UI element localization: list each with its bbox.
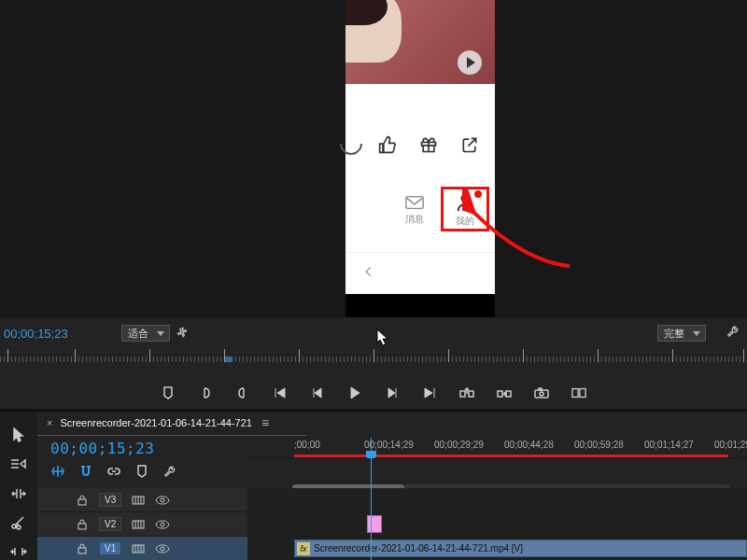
track-label[interactable]: V1 — [99, 541, 121, 555]
close-tab-icon[interactable]: × — [47, 417, 52, 428]
step-back-button[interactable] — [310, 385, 325, 400]
play-overlay-icon — [458, 50, 482, 75]
svg-point-16 — [161, 523, 164, 526]
lock-icon[interactable] — [75, 517, 90, 532]
svg-rect-11 — [78, 499, 86, 505]
render-bar-unrendered — [294, 455, 728, 457]
track-label[interactable]: V3 — [99, 493, 121, 507]
messages-tab: 消息 — [392, 194, 437, 226]
toggle-output-icon[interactable] — [155, 541, 170, 556]
tab-menu-icon[interactable]: ≡ — [261, 415, 269, 430]
share-icon — [458, 133, 482, 157]
chevron-left-icon — [362, 265, 375, 278]
sync-lock-icon[interactable] — [131, 493, 146, 508]
svg-rect-2 — [460, 391, 465, 397]
svg-rect-0 — [406, 197, 423, 209]
program-monitor-area: 消息 我的 — [0, 0, 747, 317]
toggle-output-icon[interactable] — [155, 517, 170, 532]
clip-marker[interactable] — [367, 515, 382, 533]
timeline-ruler[interactable]: ;00;00 00;00;14;29 00;00;29;29 00;00;44;… — [247, 438, 747, 458]
program-timecode[interactable]: 00;00;15;23 — [0, 327, 121, 341]
ruler-tick: 00;01;14;27 — [644, 440, 694, 450]
ripple-edit-tool[interactable] — [10, 485, 27, 501]
video-clip[interactable]: fx Screenrecorder-2021-01-06-14-21-44-72… — [294, 539, 747, 557]
timeline-snap-controls — [50, 464, 177, 479]
preview-info-bar: 00;00;15;23 适合 完整 — [0, 322, 747, 344]
mobile-tabbar: 消息 我的 — [345, 177, 495, 243]
play-button[interactable] — [347, 385, 362, 400]
track-header-v3[interactable]: V3 — [37, 488, 247, 512]
slip-tool[interactable] — [10, 544, 27, 560]
track-header-v2[interactable]: V2 — [37, 512, 247, 537]
sync-lock-icon[interactable] — [131, 517, 146, 532]
selection-tool[interactable] — [10, 427, 27, 442]
quality-select[interactable]: 完整 — [657, 325, 706, 342]
mobile-back-row — [345, 252, 495, 289]
fx-badge-icon[interactable]: fx — [297, 542, 310, 555]
svg-point-7 — [540, 392, 543, 396]
track-headers: V3 V2 V1 — [37, 488, 247, 560]
razor-tool[interactable] — [10, 514, 27, 530]
clip-label: Screenrecorder-2021-01-06-14-21-44-721.m… — [314, 543, 523, 553]
add-marker-button[interactable] — [161, 385, 176, 400]
messages-tab-label: 消息 — [405, 213, 424, 226]
track-v1[interactable]: fx Screenrecorder-2021-01-06-14-21-44-72… — [247, 537, 747, 560]
track-select-tool[interactable] — [10, 455, 27, 471]
track-v2[interactable] — [247, 512, 747, 537]
step-fwd-button[interactable] — [385, 385, 400, 400]
wrench-icon[interactable] — [726, 325, 740, 341]
ruler-tick: 00;00;59;28 — [574, 440, 624, 450]
track-header-v1[interactable]: V1 — [37, 537, 247, 560]
video-thumbnail — [345, 0, 495, 84]
settings-icon[interactable] — [176, 326, 189, 342]
svg-rect-10 — [580, 389, 585, 398]
gift-icon — [416, 133, 441, 157]
goto-out-button[interactable] — [422, 385, 437, 400]
ruler-tick: 00;00;44;28 — [504, 440, 554, 450]
ruler-tick: 00;00;29;29 — [434, 440, 484, 450]
annotation-highlight-box — [441, 187, 489, 231]
timeline-timecode[interactable]: 00;00;15;23 — [50, 440, 154, 457]
timeline-panel: × Screenrecorder-2021-01-06-14-21-44-721… — [37, 412, 747, 560]
timeline-settings-icon[interactable] — [162, 464, 177, 479]
svg-rect-14 — [78, 524, 86, 529]
ruler-tick: ;00;00 — [294, 440, 320, 450]
zoom-fit-select[interactable]: 适合 — [121, 325, 170, 342]
ruler-tick: 00;01;29;29 — [714, 440, 747, 450]
mobile-app-preview: 消息 我的 — [345, 0, 495, 294]
notification-dot — [474, 190, 482, 198]
timeline-toolbar — [0, 412, 37, 560]
video-preview-frame: 消息 我的 — [345, 0, 495, 317]
sync-lock-icon[interactable] — [131, 541, 146, 556]
timeline-playhead[interactable] — [371, 438, 372, 560]
export-frame-button[interactable] — [534, 385, 549, 400]
like-icon — [375, 133, 400, 157]
preview-playhead[interactable] — [224, 351, 233, 364]
lock-icon[interactable] — [75, 541, 90, 556]
track-label[interactable]: V2 — [99, 517, 121, 531]
svg-rect-3 — [469, 391, 473, 397]
svg-point-13 — [161, 498, 164, 502]
svg-rect-4 — [498, 391, 502, 397]
insert-mode-icon[interactable] — [50, 464, 65, 479]
action-row — [345, 121, 495, 168]
comparison-view-button[interactable] — [571, 385, 586, 400]
svg-rect-8 — [539, 388, 542, 390]
goto-in-button[interactable] — [273, 385, 288, 400]
lift-button[interactable] — [459, 385, 474, 400]
svg-rect-9 — [572, 389, 578, 398]
svg-rect-6 — [535, 390, 548, 398]
toggle-output-icon[interactable] — [155, 493, 170, 508]
sequence-tab[interactable]: × Screenrecorder-2021-01-06-14-21-44-721… — [47, 415, 269, 430]
mine-tab: 我的 — [443, 192, 487, 228]
snap-icon[interactable] — [78, 464, 93, 479]
transport-controls — [0, 383, 747, 403]
extract-button[interactable] — [497, 385, 512, 400]
mark-out-button[interactable] — [235, 385, 250, 400]
marker-icon[interactable] — [134, 464, 149, 479]
mark-in-button[interactable] — [198, 385, 213, 400]
track-v3[interactable] — [247, 488, 747, 512]
lock-icon[interactable] — [75, 493, 90, 508]
timeline-tracks-area[interactable]: ;00;00 00;00;14;29 00;00;29;29 00;00;44;… — [247, 438, 747, 560]
linked-selection-icon[interactable] — [106, 464, 121, 479]
